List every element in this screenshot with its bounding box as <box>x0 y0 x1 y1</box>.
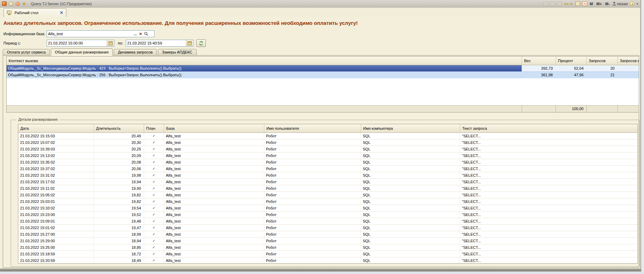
period-from-input[interactable] <box>47 40 107 46</box>
calculator-icon[interactable] <box>575 1 580 6</box>
date-cell: 21.03.2022 15:27:00 <box>18 231 94 237</box>
details-group: Детали ранжирования Дата Длительность Пл… <box>11 120 640 267</box>
user-cell: Робот <box>264 251 361 257</box>
date-cell: 21.03.2022 15:37:02 <box>18 166 94 172</box>
table-row[interactable]: 21.03.2022 15:18:59 18,72 ✓ Alfa_test Ро… <box>18 251 637 257</box>
main-menu-button[interactable] <box>9 2 13 6</box>
calendar-picker-icon[interactable] <box>107 40 114 46</box>
queries-cell: 21 <box>586 72 617 78</box>
context-table-header: Контекст вызова Вес Процент Запросов Зап… <box>7 57 639 65</box>
table-row[interactable]: 21.03.2022 15:13:02 20,09 ✓ Alfa_test Ро… <box>18 153 637 159</box>
table-row[interactable]: 21.03.2022 15:01:02 19,47 ✓ Alfa_test Ро… <box>18 225 637 231</box>
plan-check-icon: ✓ <box>144 133 164 139</box>
user-cell: Робот <box>264 244 361 251</box>
plan-check-icon: ✓ <box>144 172 164 178</box>
table-row[interactable]: 21.03.2022 15:11:02 19,90 ✓ Alfa_test Ро… <box>18 185 637 192</box>
queries-cell: 20 <box>586 65 617 71</box>
calendar-icon[interactable]: 31 <box>582 1 587 6</box>
date-cell: 21.03.2022 15:39:03 <box>18 146 94 152</box>
table-row[interactable]: 21.03.2022 15:39:03 20,25 ✓ Alfa_test Ро… <box>18 146 637 153</box>
table-row[interactable]: 21.03.2022 15:31:02 19,98 ✓ Alfa_test Ро… <box>18 172 637 179</box>
base-cell: Alfa_test <box>164 257 264 263</box>
query-text-cell: "SELECT... <box>460 159 637 165</box>
plan-check-icon: ✓ <box>144 159 164 165</box>
date-cell: 21.03.2022 15:07:02 <box>18 139 94 146</box>
infobase-select-button[interactable]: ... <box>133 31 138 37</box>
base-cell: Alfa_test <box>164 133 264 139</box>
tile-windows-icon <box>543 1 548 6</box>
context-table-footer: 100,00 <box>7 105 639 112</box>
tab-ranking-data[interactable]: Общие данные ранжирования <box>51 48 113 56</box>
column-header-query-text: Текст запроса <box>460 124 637 133</box>
calendar-picker-icon[interactable] <box>186 40 193 46</box>
window-button[interactable] <box>16 2 20 6</box>
query-text-cell: "SELECT... <box>460 185 637 192</box>
table-row[interactable]: 21.03.2022 15:03:01 19,82 ✓ Alfa_test Ро… <box>18 198 637 205</box>
column-header-date: Дата <box>18 124 94 133</box>
base-cell: Alfa_test <box>164 238 264 244</box>
computer-cell: SQL <box>361 133 460 139</box>
date-cell: 21.03.2022 15:20:59 <box>18 257 94 263</box>
current-user-button[interactable]: nissan <box>613 2 628 6</box>
table-row[interactable]: 21.03.2022 15:35:02 20,08 ✓ Alfa_test Ро… <box>18 159 637 166</box>
info-icon[interactable]: i <box>630 1 634 6</box>
date-cell: 21.03.2022 15:01:02 <box>18 225 94 231</box>
memory-m-button[interactable]: M <box>589 2 594 6</box>
table-row[interactable]: 21.03.2022 15:25:00 18,85 ✓ Alfa_test Ро… <box>18 244 637 251</box>
table-row[interactable]: 21.03.2022 15:15:03 20,49 ✓ Alfa_test Ро… <box>18 133 637 139</box>
refresh-button[interactable] <box>196 39 206 47</box>
duration-cell: 20,09 <box>94 153 144 159</box>
tab-query-dynamics[interactable]: Динамика запросов <box>114 49 157 56</box>
user-cell: Робот <box>264 153 361 159</box>
base-cell: Alfa_test <box>164 172 264 178</box>
favorites-icon[interactable]: ★ <box>569 2 573 6</box>
table-row[interactable]: 21.03.2022 15:05:02 19,82 ✓ Alfa_test Ро… <box>18 192 637 198</box>
duration-cell: 18,85 <box>94 244 144 251</box>
table-row[interactable]: ОбщийМодуль._5с_МессенджерыСервер.Модуль… <box>7 72 639 78</box>
tab-apdex[interactable]: Замеры АПДЕКС <box>158 49 197 56</box>
application-window: ★ Query TJ Server (1С:Предприятие) ★+ ★ … <box>0 0 641 268</box>
column-header-percent: Процент <box>556 57 586 65</box>
base-cell: Alfa_test <box>164 159 264 165</box>
search-icon[interactable] <box>143 31 149 37</box>
table-row[interactable]: 21.03.2022 15:37:02 20,06 ✓ Alfa_test Ро… <box>18 166 637 172</box>
memory-m-plus-button[interactable]: M+ <box>596 2 603 6</box>
close-icon[interactable]: ✕ <box>60 10 63 15</box>
table-row[interactable]: 21.03.2022 15:23:00 19,52 ✓ Alfa_test Ро… <box>18 212 637 218</box>
favorites-star-icon[interactable]: ★ <box>22 2 26 6</box>
duration-cell: 18,49 <box>94 257 144 263</box>
query-text-cell: "SELECT... <box>460 192 637 198</box>
plan-check-icon: ✓ <box>144 139 164 146</box>
app-tab-strip: Рабочий стол ✕ <box>0 8 640 17</box>
period-to-input[interactable] <box>126 40 186 46</box>
memory-m-minus-button[interactable]: M- <box>605 2 610 6</box>
query-text-cell: "SELECT... <box>460 133 637 139</box>
base-cell: Alfa_test <box>164 205 264 211</box>
base-cell: Alfa_test <box>164 218 264 224</box>
table-row[interactable]: 21.03.2022 15:17:02 19,94 ✓ Alfa_test Ро… <box>18 179 637 185</box>
title-bar: ★ Query TJ Server (1С:Предприятие) ★+ ★ … <box>0 0 640 8</box>
table-row-selected[interactable]: ОбщийМодуль._5с_МессенджерыСервер.Модуль… <box>7 65 639 72</box>
table-row[interactable]: 21.03.2022 15:27:00 18,99 ✓ Alfa_test Ро… <box>18 231 637 238</box>
plan-check-icon: ✓ <box>144 244 164 251</box>
total-percent: 100,00 <box>556 106 586 112</box>
plan-check-icon: ✓ <box>144 146 164 152</box>
table-row[interactable]: 21.03.2022 15:07:02 20,30 ✓ Alfa_test Ро… <box>18 139 637 146</box>
query-text-cell: "SELECT... <box>460 172 637 178</box>
computer-cell: SQL <box>361 212 460 218</box>
infobase-clear-button[interactable]: ✕ <box>138 31 143 37</box>
plan-check-icon: ✓ <box>144 153 164 159</box>
chevron-down-icon[interactable]: ▾ <box>636 2 638 6</box>
details-table-header: Дата Длительность План База Имя пользова… <box>18 124 637 133</box>
base-cell: Alfa_test <box>164 185 264 192</box>
infobase-input[interactable] <box>47 31 133 37</box>
tab-desktop[interactable]: Рабочий стол ✕ <box>3 8 66 17</box>
table-row[interactable]: 21.03.2022 15:33:02 19,54 ✓ Alfa_test Ро… <box>18 205 637 212</box>
table-row[interactable]: 21.03.2022 15:29:00 18,94 ✓ Alfa_test Ро… <box>18 238 637 244</box>
add-favorite-icon[interactable]: ★+ <box>564 2 568 6</box>
table-row[interactable]: 21.03.2022 15:20:59 18,49 ✓ Alfa_test Ро… <box>18 257 637 263</box>
tab-payment[interactable]: Оплата услуг сервиса <box>3 49 50 56</box>
table-row[interactable]: 21.03.2022 15:09:01 19,48 ✓ Alfa_test Ро… <box>18 218 637 225</box>
details-table: Дата Длительность План База Имя пользова… <box>18 124 638 264</box>
query-text-cell: "SELECT... <box>460 238 637 244</box>
